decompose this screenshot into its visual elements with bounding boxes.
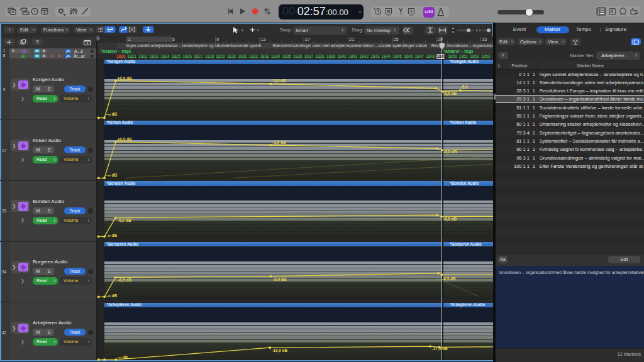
- svg-text:-∞ dB: -∞ dB: [106, 173, 118, 177]
- svg-text:-∞ dB: -∞ dB: [106, 293, 118, 298]
- svg-text:-3,0 dB: -3,0 dB: [443, 150, 457, 155]
- svg-text:+0,0 dB: +0,0 dB: [118, 76, 133, 81]
- svg-text:-∞ dB: -∞ dB: [106, 112, 118, 116]
- svg-text:-8,0 dB: -8,0 dB: [273, 277, 287, 282]
- svg-text:-1,0 dB: -1,0 dB: [272, 79, 286, 84]
- svg-text:-∞ dB: -∞ dB: [106, 233, 118, 238]
- svg-text:-19,0 dB: -19,0 dB: [272, 348, 288, 353]
- svg-text:-6,0 dB: -6,0 dB: [443, 91, 457, 96]
- svg-text:-1,0 dB: -1,0 dB: [272, 140, 286, 145]
- svg-text:-5,0: -5,0: [461, 85, 469, 90]
- svg-text:-8,0 dB: -8,0 dB: [443, 217, 457, 222]
- svg-text:+0,0 dB: +0,0 dB: [118, 137, 133, 142]
- svg-text:-∞ dB: -∞ dB: [117, 355, 128, 359]
- svg-text:-6,5 dB: -6,5 dB: [442, 277, 456, 282]
- svg-text:-17,0 dB: -17,0 dB: [432, 346, 448, 351]
- svg-text:-9,0 dB: -9,0 dB: [118, 218, 131, 223]
- svg-text:-8,5 dB: -8,5 dB: [118, 278, 132, 283]
